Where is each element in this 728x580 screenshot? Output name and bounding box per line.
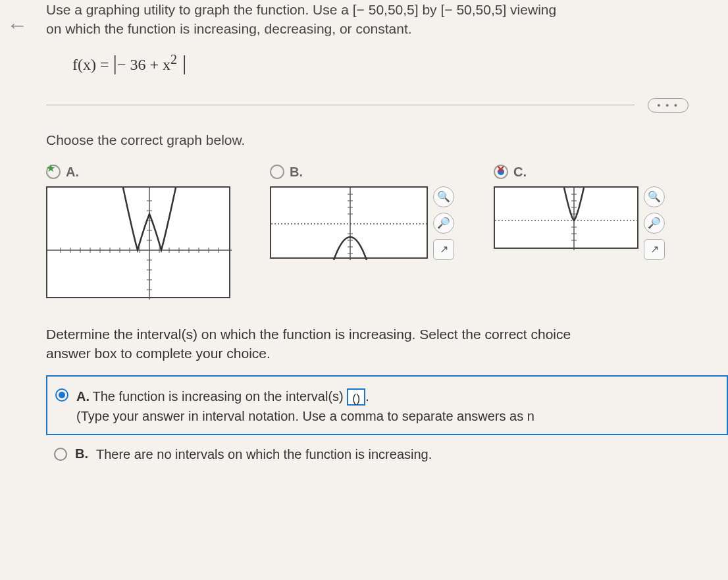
choice-a-row[interactable]: A. The function is increasing on the int… bbox=[55, 386, 719, 424]
graph-c-tools: 🔍 🔎 ↗ bbox=[644, 186, 665, 260]
choice-a-text-post: . bbox=[365, 389, 369, 404]
option-b-label: B. bbox=[290, 165, 303, 180]
option-c-label: C. bbox=[513, 165, 527, 180]
zoom-out-button-c[interactable]: 🔎 bbox=[644, 213, 665, 234]
zoom-in-button[interactable]: 🔍 bbox=[433, 186, 454, 207]
option-b: B. 🔍 🔎 ↗ bbox=[270, 165, 454, 298]
graph-b-tools: 🔍 🔎 ↗ bbox=[433, 186, 454, 260]
problem-line1: Use a graphing utility to graph the func… bbox=[46, 2, 556, 17]
prompt2-line1: Determine the interval(s) on which the f… bbox=[46, 327, 571, 342]
choice-a-letter: A. bbox=[76, 389, 90, 404]
radio-a[interactable]: ★ bbox=[46, 165, 61, 179]
popout-button-c[interactable]: ↗ bbox=[644, 239, 665, 260]
divider: • • • bbox=[46, 98, 728, 113]
choice-b-letter: B. bbox=[75, 446, 88, 461]
option-a-label: A. bbox=[66, 165, 79, 180]
hr-line bbox=[46, 105, 635, 105]
star-icon: ★ bbox=[46, 162, 55, 174]
choice-a-text-pre: The function is increasing on the interv… bbox=[92, 389, 347, 404]
choice-b-row[interactable]: B. There are no intervals on which the f… bbox=[46, 444, 728, 464]
eq-exponent: 2 bbox=[170, 52, 177, 66]
graph-options: ★ A. bbox=[46, 165, 728, 298]
graph-c-thumbnail[interactable] bbox=[494, 186, 638, 249]
popout-icon: ↗ bbox=[440, 243, 448, 255]
radio-c[interactable]: ✕ bbox=[494, 165, 508, 179]
back-button[interactable]: ← bbox=[7, 13, 28, 38]
popout-button[interactable]: ↗ bbox=[433, 239, 454, 260]
x-icon: ✕ bbox=[496, 163, 505, 176]
zoom-out-icon: 🔎 bbox=[437, 217, 450, 229]
interval-input[interactable]: () bbox=[347, 388, 365, 406]
zoom-in-icon: 🔍 bbox=[648, 190, 661, 203]
graph-b-thumbnail[interactable] bbox=[270, 186, 428, 259]
more-button[interactable]: • • • bbox=[648, 98, 689, 113]
choice-b-text: There are no intervals on which the func… bbox=[96, 444, 432, 464]
choice-a-hint: (Type your answer in interval notation. … bbox=[76, 409, 534, 424]
problem-line2: on which the function is increasing, dec… bbox=[46, 21, 412, 36]
radio-choice-a[interactable] bbox=[55, 388, 68, 402]
ellipsis-icon: • • • bbox=[658, 100, 679, 111]
radio-choice-b[interactable] bbox=[54, 448, 67, 461]
eq-prefix: f(x) = bbox=[72, 56, 113, 73]
choice-a-container: A. The function is increasing on the int… bbox=[46, 375, 728, 435]
popout-icon: ↗ bbox=[650, 243, 659, 255]
option-c: ✕ C. 🔍 bbox=[494, 165, 665, 298]
radio-b[interactable] bbox=[270, 165, 284, 179]
eq-body: − 36 + x bbox=[117, 56, 170, 73]
option-a: ★ A. bbox=[46, 165, 230, 298]
arrow-left-icon: ← bbox=[7, 13, 28, 37]
zoom-in-icon: 🔍 bbox=[437, 190, 450, 203]
zoom-out-button[interactable]: 🔎 bbox=[433, 213, 454, 234]
problem-statement: Use a graphing utility to graph the func… bbox=[46, 0, 728, 39]
function-equation: f(x) = |− 36 + x2 | bbox=[72, 51, 728, 75]
prompt2-line2: answer box to complete your choice. bbox=[46, 346, 271, 361]
zoom-out-icon: 🔎 bbox=[648, 217, 661, 229]
graph-prompt: Choose the correct graph below. bbox=[46, 132, 728, 148]
graph-a-thumbnail[interactable] bbox=[46, 186, 230, 298]
interval-prompt: Determine the interval(s) on which the f… bbox=[46, 325, 728, 363]
zoom-in-button-c[interactable]: 🔍 bbox=[644, 186, 665, 207]
